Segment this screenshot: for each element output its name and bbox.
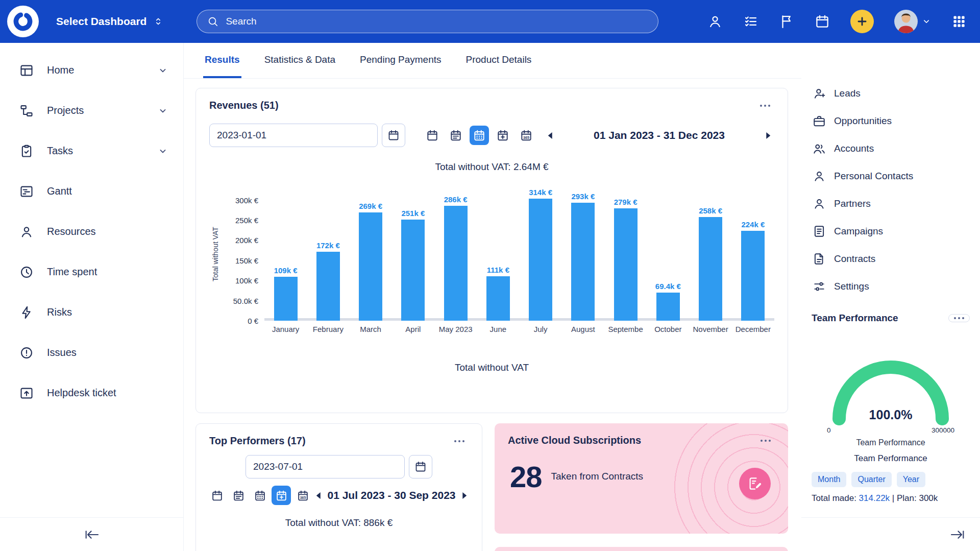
apps-grid-icon[interactable] xyxy=(951,14,967,29)
tab-results[interactable]: Results xyxy=(203,43,241,78)
top-performers-datepicker-button[interactable] xyxy=(409,455,432,478)
collapse-sidebar-icon[interactable] xyxy=(84,526,100,543)
flag-icon[interactable] xyxy=(779,14,794,29)
sidebar-item-time-spent[interactable]: Time spent xyxy=(0,252,183,292)
revenue-bar[interactable] xyxy=(699,217,722,321)
panel-item-label: Leads xyxy=(834,88,861,99)
mode-week-icon[interactable] xyxy=(229,486,248,505)
calendar-icon[interactable] xyxy=(815,14,830,29)
revenue-bar[interactable] xyxy=(571,203,595,321)
chevron-down-icon[interactable] xyxy=(158,146,168,156)
checklist-icon[interactable] xyxy=(743,14,758,29)
sidebar-item-gantt[interactable]: Gantt xyxy=(0,171,183,211)
revenues-datepicker-button[interactable] xyxy=(382,124,405,147)
mode-year-icon[interactable]: 365 xyxy=(517,126,536,145)
subscriptions-kebab-menu[interactable] xyxy=(756,436,775,446)
panel-item-settings[interactable]: Settings xyxy=(801,273,980,300)
mode-day-icon[interactable] xyxy=(423,126,442,145)
revenue-bar[interactable] xyxy=(656,293,680,321)
revenue-bar[interactable] xyxy=(614,208,638,321)
period-year-button[interactable]: Year xyxy=(897,472,925,487)
panel-item-opportunities[interactable]: Opportunities xyxy=(801,107,980,135)
contract-edit-button[interactable] xyxy=(739,468,771,499)
top-performers-kebab-menu[interactable] xyxy=(450,436,469,446)
user-menu[interactable] xyxy=(894,10,931,33)
sidebar-item-tasks[interactable]: Tasks xyxy=(0,131,183,171)
unfold-icon xyxy=(153,16,164,27)
panel-item-accounts[interactable]: Accounts xyxy=(801,135,980,162)
revenue-bar[interactable] xyxy=(741,231,765,321)
tab-product-details[interactable]: Product Details xyxy=(464,43,533,78)
total-made-link[interactable]: 314.22k xyxy=(859,493,890,503)
mode-quarter-icon[interactable] xyxy=(272,486,291,505)
sidebar-item-label: Helpdesk ticket xyxy=(47,387,116,399)
panel-item-label: Personal Contacts xyxy=(834,171,913,182)
team-performance-gauge: 100.0% xyxy=(827,356,954,425)
search-bar[interactable] xyxy=(197,10,658,33)
sidebar-item-helpdesk-ticket[interactable]: Helpdesk ticket xyxy=(0,373,183,413)
mode-month-icon[interactable] xyxy=(250,486,270,505)
previous-period-arrow[interactable] xyxy=(544,129,556,142)
app-logo[interactable] xyxy=(7,6,39,37)
chevron-down-icon[interactable] xyxy=(158,106,168,116)
revenues-date-input[interactable] xyxy=(209,124,378,147)
mode-day-icon[interactable] xyxy=(207,486,227,505)
previous-period-arrow[interactable] xyxy=(312,489,324,502)
revenues-kebab-menu[interactable] xyxy=(756,101,774,111)
revenue-bar[interactable] xyxy=(316,252,340,321)
add-button[interactable] xyxy=(850,10,874,33)
revenue-bar[interactable] xyxy=(401,220,425,321)
exclamation-circle-icon xyxy=(19,346,34,360)
dashboard-content: Revenues (51) 365 xyxy=(184,79,801,551)
chevron-down-icon[interactable] xyxy=(158,65,168,76)
bar-value-label: 69.4k € xyxy=(655,282,681,291)
sidebar-item-issues[interactable]: Issues xyxy=(0,332,183,373)
panel-item-label: Campaigns xyxy=(834,226,883,237)
gauge-series-label: Team Performance xyxy=(801,438,980,447)
revenue-bar[interactable] xyxy=(486,276,510,321)
x-axis-label: June xyxy=(477,325,519,333)
sidebar-item-home[interactable]: Home xyxy=(0,50,183,90)
sidebar-item-risks[interactable]: Risks xyxy=(0,292,183,332)
sidebar-item-projects[interactable]: Projects xyxy=(0,90,183,131)
bar-column: 109k € xyxy=(264,188,307,321)
revenue-bar[interactable] xyxy=(359,212,382,321)
profile-icon[interactable] xyxy=(707,14,723,29)
next-period-arrow[interactable] xyxy=(763,129,774,142)
dashboard-selector[interactable]: Select Dashboard xyxy=(56,15,164,28)
mode-year-icon[interactable]: 365 xyxy=(293,486,312,505)
panel-item-leads[interactable]: Leads xyxy=(801,80,980,107)
subscriptions-card: Active Cloud Subscriptions 28 Taken from… xyxy=(495,423,788,534)
team-performance-subtitle: Team Performance xyxy=(801,453,980,464)
tab-statistics-data[interactable]: Statistics & Data xyxy=(263,43,337,78)
mode-custom-icon[interactable] xyxy=(493,126,512,145)
subscriptions-count: 28 xyxy=(510,460,542,494)
topbar: Select Dashboard xyxy=(0,0,980,43)
sidebar-item-resources[interactable]: Resources xyxy=(0,211,183,252)
period-month-button[interactable]: Month xyxy=(812,472,846,487)
search-input[interactable] xyxy=(226,16,648,27)
next-period-arrow[interactable] xyxy=(459,489,471,502)
expand-panel-icon[interactable] xyxy=(949,526,966,543)
period-quarter-button[interactable]: Quarter xyxy=(851,472,891,487)
period-buttons: Month Quarter Year xyxy=(801,472,980,487)
team-performance-kebab-menu[interactable] xyxy=(948,314,970,322)
gauge-max: 300000 xyxy=(932,426,954,434)
revenue-bar[interactable] xyxy=(444,206,468,321)
tab-pending-payments[interactable]: Pending Payments xyxy=(358,43,443,78)
panel-item-partners[interactable]: Partners xyxy=(801,190,980,218)
subscriptions-title: Active Cloud Subscriptions xyxy=(508,435,641,446)
helpdesk-icon xyxy=(19,386,34,400)
mode-week-icon[interactable] xyxy=(446,126,465,145)
panel-item-campaigns[interactable]: Campaigns xyxy=(801,218,980,245)
top-performers-date-input[interactable] xyxy=(246,455,405,478)
bar-column: 269k € xyxy=(350,188,392,321)
x-axis-label: December xyxy=(732,325,774,333)
mode-month-icon[interactable] xyxy=(470,126,489,145)
revenue-bar[interactable] xyxy=(529,199,552,321)
panel-item-contracts[interactable]: Contracts xyxy=(801,245,980,273)
panel-item-personal-contacts[interactable]: Personal Contacts xyxy=(801,162,980,190)
revenue-bar[interactable] xyxy=(274,277,298,321)
panel-item-label: Opportunities xyxy=(834,115,892,127)
briefcase-icon xyxy=(813,114,826,128)
